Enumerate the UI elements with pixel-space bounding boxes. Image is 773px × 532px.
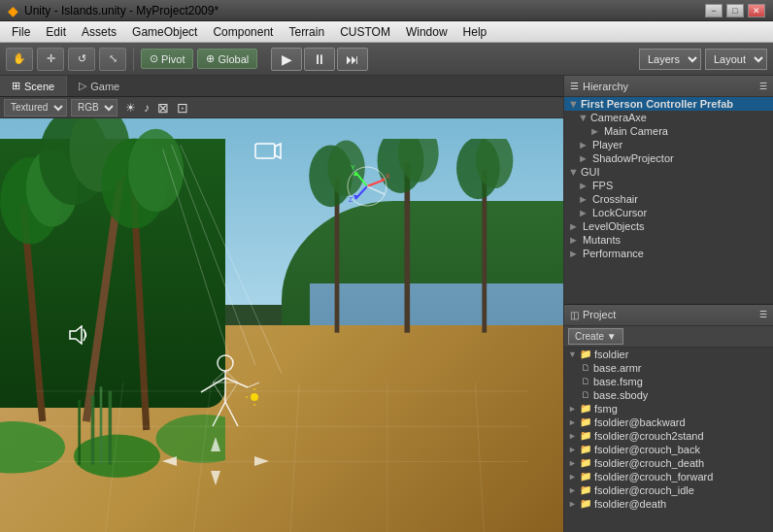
hierarchy-item-player[interactable]: ► Player bbox=[564, 138, 773, 151]
menu-item-gameobject[interactable]: GameObject bbox=[124, 21, 205, 42]
scale-tool-button[interactable]: ⤡ bbox=[99, 48, 126, 71]
move-tool-button[interactable]: ✛ bbox=[37, 48, 64, 71]
dot-lockcursor: ► bbox=[578, 207, 588, 218]
svg-text:X: X bbox=[386, 173, 390, 180]
project-item-fsoldier-backward[interactable]: ► 📁 fsoldier@backward bbox=[564, 416, 773, 429]
project-item-fsoldier-crouch-idle[interactable]: ► 📁 fsoldier@crouch_idle bbox=[564, 483, 773, 497]
project-item-fsoldier-death[interactable]: ► 📁 fsoldier@death bbox=[564, 497, 773, 511]
movement-arrows bbox=[157, 432, 274, 490]
hierarchy-item-performance[interactable]: ► Performance bbox=[564, 247, 773, 260]
dot-fps: ► bbox=[578, 180, 588, 191]
hierarchy-menu[interactable]: ☰ bbox=[759, 82, 767, 91]
menu-item-component[interactable]: Component bbox=[205, 21, 281, 42]
svg-rect-12 bbox=[91, 395, 95, 464]
arrow-fpcp: ▼ bbox=[568, 98, 579, 110]
project-item-fsmg[interactable]: ► 📁 fsmg bbox=[564, 402, 773, 416]
play-button[interactable]: ▶ bbox=[271, 48, 302, 71]
project-item-basefsmg[interactable]: 🗋 base.fsmg bbox=[564, 375, 773, 388]
menu-bar: FileEditAssetsGameObjectComponentTerrain… bbox=[0, 21, 773, 43]
hand-tool-button[interactable]: ✋ bbox=[6, 48, 33, 71]
hierarchy-item-fps[interactable]: ► FPS bbox=[564, 179, 773, 192]
project-item-fsoldier-crouch-death[interactable]: ► 📁 fsoldier@crouch_death bbox=[564, 456, 773, 470]
minimize-button[interactable]: − bbox=[705, 4, 723, 17]
project-panel: ◫ Project ☰ Create ▼ ▼ 📁 fsoldier 🗋 base… bbox=[564, 305, 773, 533]
layers-dropdown[interactable]: Layers bbox=[639, 49, 701, 70]
project-item-fsoldier-crouch-forward[interactable]: ► 📁 fsoldier@crouch_forward bbox=[564, 470, 773, 483]
create-button[interactable]: Create ▼ bbox=[568, 328, 623, 345]
menu-item-window[interactable]: Window bbox=[398, 21, 455, 42]
audio-toggle[interactable]: ♪ bbox=[144, 101, 150, 115]
channel-select[interactable]: RGB bbox=[71, 99, 118, 116]
project-scroll: ▼ 📁 fsoldier 🗋 base.armr 🗋 base.fsmg 🗋 bbox=[564, 348, 773, 533]
svg-marker-43 bbox=[211, 437, 220, 451]
folder-icon-fsmg: 📁 bbox=[580, 403, 591, 414]
pause-button[interactable]: ⏸ bbox=[304, 48, 335, 71]
step-button[interactable]: ⏭ bbox=[337, 48, 368, 71]
window-controls: − □ ✕ bbox=[705, 4, 765, 17]
menu-item-edit[interactable]: Edit bbox=[38, 21, 74, 42]
menu-item-terrain[interactable]: Terrain bbox=[281, 21, 332, 42]
project-menu[interactable]: ☰ bbox=[759, 310, 767, 319]
hierarchy-item-fpcp[interactable]: ▼ First Person Controller Prefab bbox=[564, 97, 773, 111]
maximize-button[interactable]: □ bbox=[726, 4, 744, 17]
project-item-basearmr[interactable]: 🗋 base.armr bbox=[564, 361, 773, 375]
tab-scene[interactable]: ⊞ Scene bbox=[0, 76, 67, 96]
hierarchy-item-crosshair[interactable]: ► Crosshair bbox=[564, 192, 773, 206]
project-item-basesbody[interactable]: 🗋 base.sbody bbox=[564, 388, 773, 402]
svg-line-30 bbox=[225, 402, 238, 426]
hierarchy-items: ▼ First Person Controller Prefab ▼ Camer… bbox=[564, 97, 773, 304]
hierarchy-panel: ☰ Hierarchy ☰ ▼ First Person Controller … bbox=[564, 76, 773, 305]
right-panel: ☰ Hierarchy ☰ ▼ First Person Controller … bbox=[564, 76, 773, 532]
arrow-crouch2stand: ► bbox=[568, 431, 577, 441]
project-item-fsoldier[interactable]: ▼ 📁 fsoldier bbox=[564, 348, 773, 361]
menu-item-file[interactable]: File bbox=[4, 21, 38, 42]
lighting-toggle[interactable]: ☀ bbox=[125, 101, 136, 115]
arrow-fsmg: ► bbox=[568, 404, 577, 414]
dot-crosshair: ► bbox=[578, 193, 588, 205]
gizmos-toggle[interactable]: ⊡ bbox=[177, 100, 188, 116]
folder-icon-fsoldier: 📁 bbox=[580, 349, 591, 359]
dot-maincamera: ► bbox=[589, 125, 600, 137]
svg-marker-44 bbox=[211, 471, 220, 485]
menu-item-custom[interactable]: CUSTOM bbox=[332, 21, 398, 42]
game-tab-icon: ▷ bbox=[79, 80, 86, 92]
svg-rect-13 bbox=[100, 386, 103, 464]
arrow-fsoldier-death: ► bbox=[568, 499, 577, 509]
layout-dropdown[interactable]: Layout bbox=[705, 49, 767, 70]
global-toggle[interactable]: ⊕ Global bbox=[197, 49, 257, 69]
file-icon-basesbody: 🗋 bbox=[582, 390, 590, 400]
hierarchy-item-gui[interactable]: ▼ GUI bbox=[564, 165, 773, 179]
folder-icon-backward: 📁 bbox=[580, 416, 591, 427]
rotate-tool-button[interactable]: ↺ bbox=[68, 48, 95, 71]
shading-select[interactable]: Textured bbox=[4, 99, 67, 116]
menu-item-assets[interactable]: Assets bbox=[74, 21, 124, 42]
menu-item-help[interactable]: Help bbox=[455, 21, 495, 42]
hierarchy-item-mutants[interactable]: ► Mutants bbox=[564, 233, 773, 247]
project-item-fsoldier-crouch-back[interactable]: ► 📁 fsoldier@crouch_back bbox=[564, 443, 773, 456]
project-item-fsoldier-crouch2stand[interactable]: ► 📁 fsoldier@crouch2stand bbox=[564, 429, 773, 443]
close-button[interactable]: ✕ bbox=[748, 4, 765, 17]
svg-point-38 bbox=[251, 393, 258, 401]
svg-marker-46 bbox=[254, 456, 269, 466]
arrow-gui: ▼ bbox=[568, 166, 579, 178]
hierarchy-icon: ☰ bbox=[570, 81, 579, 91]
hierarchy-item-levelobjects[interactable]: ► LevelObjects bbox=[564, 219, 773, 233]
svg-marker-60 bbox=[70, 326, 82, 344]
left-panel: ⊞ Scene ▷ Game Textured RGB ☀ ♪ ⊠ ⊡ bbox=[0, 76, 564, 532]
svg-point-25 bbox=[218, 355, 233, 371]
hierarchy-item-shadowprojector[interactable]: ► ShadowProjector bbox=[564, 151, 773, 165]
image-effects-toggle[interactable]: ⊠ bbox=[157, 100, 169, 116]
file-icon-basefsmg: 🗋 bbox=[582, 377, 590, 386]
svg-text:Y: Y bbox=[351, 164, 355, 171]
scene-tab-icon: ⊞ bbox=[12, 80, 20, 92]
pivot-toggle[interactable]: ⊙ Pivot bbox=[141, 49, 193, 69]
svg-line-29 bbox=[213, 402, 225, 426]
hierarchy-header: ☰ Hierarchy ☰ bbox=[564, 76, 773, 97]
dot-mutants: ► bbox=[568, 234, 579, 246]
tab-game[interactable]: ▷ Game bbox=[67, 76, 131, 96]
svg-point-10 bbox=[74, 434, 160, 478]
hierarchy-item-lockcursor[interactable]: ► LockCursor bbox=[564, 206, 773, 219]
hierarchy-item-cameraaxe[interactable]: ▼ CameraAxe bbox=[564, 111, 773, 124]
hierarchy-item-maincamera[interactable]: ► Main Camera bbox=[564, 124, 773, 138]
svg-line-35 bbox=[225, 382, 238, 402]
